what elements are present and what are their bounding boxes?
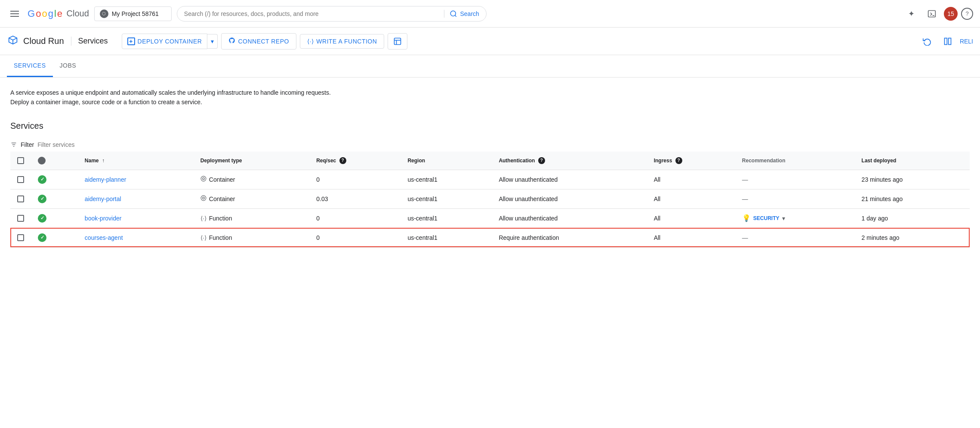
header-authentication: Authentication ?: [492, 152, 647, 170]
write-function-button[interactable]: ⟨·⟩ WRITE A FUNCTION: [300, 34, 384, 49]
service-name-link[interactable]: aidemy-portal: [85, 195, 121, 202]
header-recommendation: Recommendation: [735, 152, 855, 170]
deploy-container-button[interactable]: + DEPLOY CONTAINER ▾: [122, 34, 218, 49]
deployment-type-cell: ⟨·⟩ Function: [200, 234, 302, 241]
auth-value: Allow unauthenticated: [492, 189, 647, 208]
column-display-button[interactable]: [939, 33, 956, 50]
page-tabs: SERVICES JOBS: [0, 55, 980, 78]
user-avatar[interactable]: 15: [944, 7, 958, 21]
deployment-type-label: Container: [209, 195, 235, 202]
ingress-value: All: [647, 170, 735, 189]
deploy-main-button[interactable]: + DEPLOY CONTAINER: [122, 34, 208, 49]
services-section-title: Services: [10, 121, 970, 131]
search-bar: Search: [177, 6, 487, 22]
yaml-icon: [393, 37, 402, 46]
write-function-label: WRITE A FUNCTION: [316, 38, 377, 45]
region-value: us-central1: [401, 228, 492, 247]
deployment-type-label: Function: [209, 215, 232, 222]
svg-point-13: [202, 178, 204, 180]
auth-help-icon[interactable]: ?: [538, 157, 545, 164]
header-region: Region: [401, 152, 492, 170]
security-dropdown-arrow[interactable]: ▾: [782, 215, 785, 222]
table-row: aidemy-portal Container 0.03 us-central1…: [10, 189, 970, 208]
columns-icon: [943, 37, 952, 46]
region-value: us-central1: [401, 189, 492, 208]
filter-label: Filter: [21, 141, 34, 148]
yaml-button[interactable]: [388, 33, 407, 50]
select-all-checkbox[interactable]: [17, 157, 24, 164]
google-cloud-logo: Google Cloud: [28, 8, 89, 19]
table-row: aidemy-planner Container 0 us-central1 A…: [10, 170, 970, 189]
search-input[interactable]: [184, 10, 441, 17]
deployment-type-cell: Container: [200, 195, 302, 202]
nav-right-actions: RELI: [918, 33, 973, 50]
row-checkbox[interactable]: [17, 215, 24, 222]
main-content: A service exposes a unique endpoint and …: [0, 78, 980, 258]
cloud-run-logo: Cloud Run: [7, 34, 64, 49]
container-icon: [200, 195, 206, 202]
header-name[interactable]: Name ↑: [78, 152, 194, 170]
last-deployed-value: 2 minutes ago: [855, 228, 970, 247]
header-checkbox[interactable]: [10, 152, 31, 170]
req-sec-value: 0: [309, 228, 401, 247]
terminal-button[interactable]: [923, 5, 940, 22]
service-name-link[interactable]: book-provider: [85, 215, 122, 222]
svg-rect-8: [944, 38, 947, 44]
svg-rect-5: [394, 38, 401, 44]
cloud-run-title: Cloud Run: [23, 36, 64, 46]
svg-point-16: [201, 195, 206, 201]
security-badge[interactable]: SECURITY: [753, 215, 780, 221]
github-icon: [228, 37, 235, 46]
ingress-help-icon[interactable]: ?: [675, 157, 682, 164]
deployment-type-cell: ⟨·⟩ Function: [200, 215, 302, 222]
name-sort-icon[interactable]: ↑: [102, 158, 105, 164]
tab-jobs[interactable]: JOBS: [53, 55, 83, 77]
auth-value: Allow unauthenticated: [492, 208, 647, 228]
status-header-icon: [38, 157, 46, 164]
recommendation-value: 💡 SECURITY ▾: [735, 208, 855, 228]
project-selector[interactable]: ⬡ My Project 58761: [94, 6, 172, 21]
region-value: us-central1: [401, 208, 492, 228]
req-sec-value: 0: [309, 170, 401, 189]
ingress-value: All: [647, 189, 735, 208]
header-status: [31, 152, 78, 170]
gemini-button[interactable]: ✦: [903, 5, 920, 22]
reli-label: RELI: [960, 38, 973, 45]
ingress-value: All: [647, 228, 735, 247]
row-checkbox[interactable]: [17, 176, 24, 183]
cloud-run-icon: [7, 34, 19, 49]
tab-services[interactable]: SERVICES: [7, 55, 53, 77]
refresh-button[interactable]: [918, 33, 936, 50]
req-sec-help-icon[interactable]: ?: [339, 157, 346, 164]
connect-repo-button[interactable]: CONNECT REPO: [221, 33, 296, 50]
ingress-value: All: [647, 208, 735, 228]
last-deployed-value: 21 minutes ago: [855, 189, 970, 208]
req-sec-value: 0: [309, 208, 401, 228]
deployment-type-label: Function: [209, 234, 232, 241]
service-name-link[interactable]: courses-agent: [85, 234, 123, 241]
auth-value: Require authentication: [492, 228, 647, 247]
hamburger-menu[interactable]: [7, 7, 22, 20]
container-icon: [200, 176, 206, 183]
filter-bar: Filter: [10, 138, 970, 152]
row-checkbox[interactable]: [17, 234, 24, 241]
svg-point-0: [451, 11, 456, 16]
status-indicator: [38, 175, 46, 184]
table-row: courses-agent ⟨·⟩ Function 0 us-central1…: [10, 228, 970, 247]
service-name-link[interactable]: aidemy-planner: [85, 176, 126, 183]
row-checkbox[interactable]: [17, 195, 24, 202]
security-recommendation: 💡 SECURITY ▾: [742, 214, 848, 222]
svg-point-15: [202, 197, 204, 199]
deployment-type-label: Container: [209, 176, 235, 183]
table-row: book-provider ⟨·⟩ Function 0 us-central1…: [10, 208, 970, 228]
deploy-container-label: DEPLOY CONTAINER: [138, 38, 202, 45]
deploy-dropdown-arrow[interactable]: ▾: [207, 34, 218, 49]
filter-input[interactable]: [37, 141, 113, 148]
help-button[interactable]: ?: [961, 8, 973, 20]
search-button[interactable]: Search: [444, 10, 479, 18]
description-block: A service exposes a unique endpoint and …: [10, 88, 970, 107]
auth-value: Allow unauthenticated: [492, 170, 647, 189]
description-line2: Deploy a container image, source code or…: [10, 97, 970, 107]
function-icon: ⟨·⟩: [200, 215, 206, 222]
header-deployment-type: Deployment type: [194, 152, 309, 170]
